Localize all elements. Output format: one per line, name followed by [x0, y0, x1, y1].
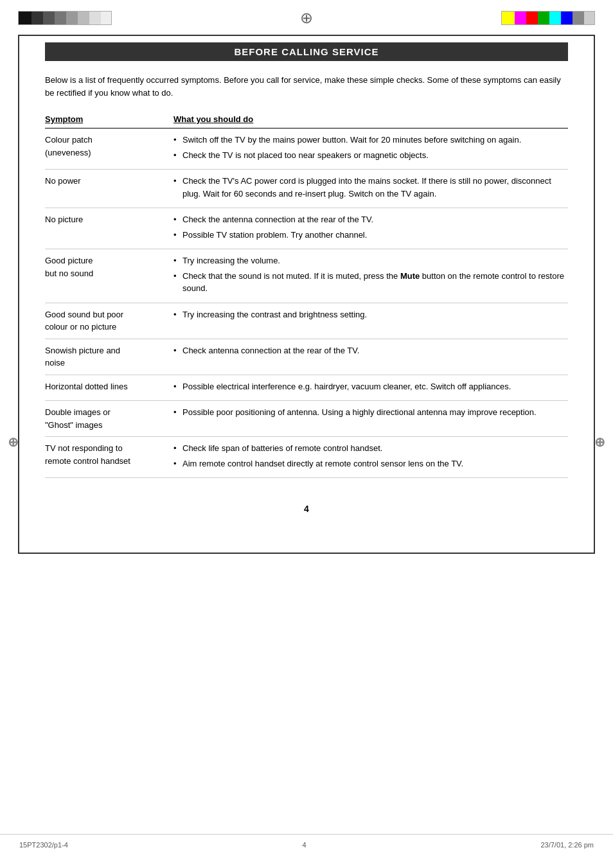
action-item: Possible TV station problem. Try another… [173, 229, 568, 242]
action-item: Aim remote control handset directly at r… [173, 457, 568, 470]
page-title-box: Before Calling Service [45, 42, 568, 61]
action-item: Possible electrical interference e.g. ha… [173, 380, 568, 393]
symptom-cell: No power [45, 170, 173, 208]
color-strip-left [18, 11, 112, 25]
page-number: 4 [45, 504, 568, 514]
actions-cell: Check the antenna connection at the rear… [173, 208, 568, 249]
table-row: Double images or"Ghost" imagesPossible p… [45, 401, 568, 437]
color-strip-right [501, 11, 595, 25]
symptom-cell: Good picturebut no sound [45, 249, 173, 303]
actions-cell: Check antenna connection at the rear of … [173, 339, 568, 375]
action-item: Possible poor positioning of antenna. Us… [173, 406, 568, 419]
actions-cell: Check life span of batteries of remote c… [173, 437, 568, 478]
symptom-cell: TV not responding toremote control hands… [45, 437, 173, 478]
action-item: Check the TV's AC power cord is plugged … [173, 175, 568, 200]
actions-cell: Switch off the TV by the mains power but… [173, 128, 568, 170]
table-row: Colour patch(uneveness)Switch off the TV… [45, 128, 568, 170]
symptom-cell: Double images or"Ghost" images [45, 401, 173, 437]
page-wrapper: ⊕ ⊕ ⊕ Before Calling Service [0, 0, 613, 868]
table-row: No powerCheck the TV's AC power cord is … [45, 170, 568, 208]
page-title: Before Calling Service [234, 46, 378, 57]
actions-cell: Try increasing the volume.Check that the… [173, 249, 568, 303]
action-item: Check the antenna connection at the rear… [173, 213, 568, 226]
actions-cell: Check the TV's AC power cord is plugged … [173, 170, 568, 208]
table-row: No pictureCheck the antenna connection a… [45, 208, 568, 249]
reg-mark-right: ⊕ [594, 434, 605, 450]
action-item: Check that the sound is not muted. If it… [173, 270, 568, 295]
action-item: Check the TV is not placed too near spea… [173, 149, 568, 162]
center-crosshair: ⊕ [300, 9, 313, 27]
action-item: Try increasing the volume. [173, 254, 568, 267]
table-row: Good sound but poorcolour or no pictureT… [45, 303, 568, 339]
table-row: Snowish picture andnoiseCheck antenna co… [45, 339, 568, 375]
symptom-cell: No picture [45, 208, 173, 249]
table-row: Good picturebut no soundTry increasing t… [45, 249, 568, 303]
intro-paragraph: Below is a list of frequently occurred s… [45, 74, 568, 99]
action-item: Try increasing the contrast and brightne… [173, 308, 568, 321]
action-item: Switch off the TV by the mains power but… [173, 134, 568, 146]
actions-cell: Possible electrical interference e.g. ha… [173, 375, 568, 401]
symptom-table: Symptom What you should do Colour patch(… [45, 114, 568, 478]
page-footer: 15PT2302/p1-4 4 23/7/01, 2:26 pm [0, 834, 613, 855]
table-row: Horizontal dotted linesPossible electric… [45, 375, 568, 401]
symptom-cell: Good sound but poorcolour or no picture [45, 303, 173, 339]
actions-cell: Try increasing the contrast and brightne… [173, 303, 568, 339]
symptom-cell: Horizontal dotted lines [45, 375, 173, 401]
col-header-action: What you should do [173, 114, 568, 128]
action-item: Check antenna connection at the rear of … [173, 344, 568, 357]
actions-cell: Possible poor positioning of antenna. Us… [173, 401, 568, 437]
reg-mark-left: ⊕ [8, 434, 19, 450]
action-item: Check life span of batteries of remote c… [173, 442, 568, 455]
symptom-cell: Colour patch(uneveness) [45, 128, 173, 170]
footer-left: 15PT2302/p1-4 [19, 841, 68, 849]
main-content-border: Before Calling Service Below is a list o… [18, 35, 595, 554]
col-header-symptom: Symptom [45, 114, 173, 128]
table-row: TV not responding toremote control hands… [45, 437, 568, 478]
footer-right: 23/7/01, 2:26 pm [540, 841, 594, 849]
bold-text: Mute [400, 271, 420, 281]
footer-center: 4 [303, 841, 306, 849]
top-strips: ⊕ [0, 0, 613, 35]
symptom-cell: Snowish picture andnoise [45, 339, 173, 375]
